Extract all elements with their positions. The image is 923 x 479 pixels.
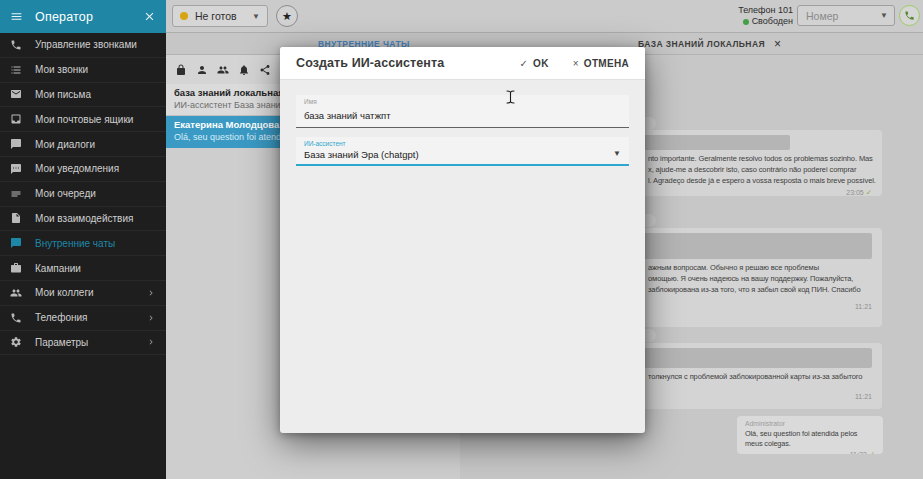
- number-input[interactable]: [804, 9, 880, 23]
- sidebar-item-label: Мои письма: [35, 89, 91, 100]
- sidebar-item-label: Внутренние чаты: [35, 238, 115, 249]
- sidebar-item-label: Параметры: [35, 337, 88, 348]
- create-ai-assistant-dialog: Создать ИИ-ассистента ✓ OK × ОТМЕНА Имя …: [280, 47, 645, 433]
- line-status-label: Свободен: [752, 16, 793, 27]
- message-text-line: Olá, seu question foi atendida pelos meu…: [745, 429, 875, 448]
- briefcase-icon: [10, 262, 22, 274]
- close-icon: ×: [573, 58, 579, 69]
- sidebar-item[interactable]: Мои диалоги: [0, 132, 166, 157]
- chevron-down-icon[interactable]: ▼: [880, 11, 888, 20]
- chat-icon: [10, 138, 22, 150]
- cancel-label: ОТМЕНА: [584, 58, 629, 69]
- sidebar-item[interactable]: Мои письма: [0, 83, 166, 108]
- dial-number-field[interactable]: ▼: [797, 5, 895, 26]
- chevron-right-icon: [146, 313, 156, 323]
- app-title: Оператор: [35, 10, 143, 24]
- phone-icon: [10, 312, 22, 324]
- menu-icon[interactable]: [10, 10, 23, 23]
- notification-icon: [10, 163, 22, 175]
- sidebar-item[interactable]: Мои очереди: [0, 182, 166, 207]
- star-icon: ★: [282, 10, 292, 23]
- sidebar-item[interactable]: Мои звонки: [0, 58, 166, 83]
- assistant-select-label: ИИ-ассистент: [304, 140, 621, 147]
- share-icon[interactable]: [259, 64, 271, 76]
- mail-icon: [10, 88, 22, 100]
- sidebar-item-label: Мои диалоги: [35, 139, 95, 150]
- sidebar-item[interactable]: Параметры: [0, 331, 166, 356]
- people-icon[interactable]: [217, 64, 229, 76]
- sidebar-item-label: Мои коллеги: [35, 287, 94, 298]
- message-text-line: ажным вопросам. Обычно я решаю все пробл…: [648, 263, 872, 274]
- tab-knowledge-base-local[interactable]: БАЗА ЗНАНИЙ ЛОКАЛЬНАЯ ×: [638, 33, 781, 55]
- call-button[interactable]: [899, 5, 920, 26]
- favorite-button[interactable]: ★: [276, 5, 298, 27]
- people-icon: [10, 287, 22, 299]
- agent-status-select[interactable]: Не готов ▼: [172, 5, 268, 27]
- check-icon: ✓: [519, 58, 528, 69]
- sidebar-item-label: Кампании: [35, 263, 81, 274]
- chat-icon: [10, 237, 22, 249]
- sidebar-header: Оператор: [0, 0, 166, 33]
- person-icon[interactable]: [196, 64, 208, 76]
- sidebar: Оператор Управление звонкамиМои звонкиМо…: [0, 0, 166, 479]
- delivered-check-icon: ✓: [869, 450, 875, 454]
- sidebar-item[interactable]: Кампании: [0, 256, 166, 281]
- sidebar-close-icon[interactable]: [143, 10, 156, 23]
- message-bubble: AdministratorOlá, seu question foi atend…: [737, 416, 883, 454]
- message-text-line: nto importante. Geralmente resolvo todos…: [648, 154, 872, 165]
- gear-icon: [10, 336, 22, 348]
- name-field[interactable]: Имя: [296, 95, 629, 128]
- sidebar-item-label: Мои взаимодействия: [35, 213, 133, 224]
- bell-icon[interactable]: [238, 64, 250, 76]
- sidebar-item[interactable]: Телефония: [0, 306, 166, 331]
- sidebar-item[interactable]: Внутренние чаты: [0, 231, 166, 256]
- chevron-right-icon: [146, 288, 156, 298]
- chevron-down-icon: ▼: [252, 12, 260, 21]
- dialog-body: Имя ИИ-ассистент База знаний Эра (chatgp…: [280, 80, 645, 174]
- agent-status-label: Не готов: [195, 10, 237, 22]
- chevron-down-icon: ▼: [613, 149, 621, 158]
- calls-list-icon: [10, 64, 22, 76]
- message-author: Administrator: [745, 420, 875, 427]
- sidebar-menu: Управление звонкамиМои звонкиМои письмаМ…: [0, 33, 166, 355]
- topbar: Не готов ▼ ★ Телефон 101 Свободен ▼: [166, 0, 923, 33]
- message-text-line: заблокирована из-за того, что я забыл св…: [648, 285, 872, 296]
- sidebar-item[interactable]: Мои почтовые ящики: [0, 107, 166, 132]
- queue-icon: [10, 188, 22, 200]
- cancel-button[interactable]: × ОТМЕНА: [573, 58, 629, 69]
- assistant-select-value: База знаний Эра (chatgpt): [304, 149, 621, 160]
- sidebar-item-label: Мои очереди: [35, 188, 96, 199]
- inbox-icon: [10, 113, 22, 125]
- phone-label: Телефон 101: [738, 5, 793, 16]
- document-icon: [10, 212, 22, 224]
- message-text-line: толкнулся с проблемой заблокированной ка…: [648, 372, 872, 383]
- phone-icon: [904, 10, 915, 21]
- phone-icon: [10, 39, 22, 51]
- sidebar-item[interactable]: Мои коллеги: [0, 281, 166, 306]
- status-dot: [180, 12, 188, 20]
- dialog-title: Создать ИИ-ассистента: [296, 56, 495, 70]
- free-status-dot: [743, 19, 749, 25]
- delivered-check-icon: ✓: [866, 188, 872, 196]
- assistant-select[interactable]: ИИ-ассистент База знаний Эра (chatgpt) ▼: [296, 137, 629, 166]
- name-input[interactable]: [304, 110, 621, 121]
- sidebar-item[interactable]: Мои уведомления: [0, 157, 166, 182]
- sidebar-item[interactable]: Управление звонками: [0, 33, 166, 58]
- sidebar-item[interactable]: Мои взаимодействия: [0, 207, 166, 232]
- sidebar-item-label: Телефония: [35, 312, 88, 323]
- ok-label: OK: [533, 58, 549, 69]
- tab-close-icon[interactable]: ×: [774, 38, 781, 50]
- ok-button[interactable]: ✓ OK: [519, 58, 548, 69]
- phone-info: Телефон 101 Свободен: [738, 5, 793, 27]
- lock-icon[interactable]: [175, 64, 187, 76]
- dialog-header: Создать ИИ-ассистента ✓ OK × ОТМЕНА: [280, 47, 645, 80]
- chevron-right-icon: [146, 337, 156, 347]
- sidebar-item-label: Мои звонки: [35, 64, 88, 75]
- name-field-label: Имя: [304, 98, 621, 105]
- sidebar-item-label: Управление звонками: [35, 39, 137, 50]
- sidebar-item-label: Мои почтовые ящики: [35, 114, 133, 125]
- message-text-line: x, ajude-me a descobrir isto, caso contr…: [648, 165, 872, 176]
- tab-label: БАЗА ЗНАНИЙ ЛОКАЛЬНАЯ: [638, 39, 765, 49]
- message-text-line: омощью. Я очень надеюсь на вашу поддержк…: [648, 274, 872, 285]
- message-text-line: l. Agradeço desde já e espero a vossa re…: [648, 176, 872, 187]
